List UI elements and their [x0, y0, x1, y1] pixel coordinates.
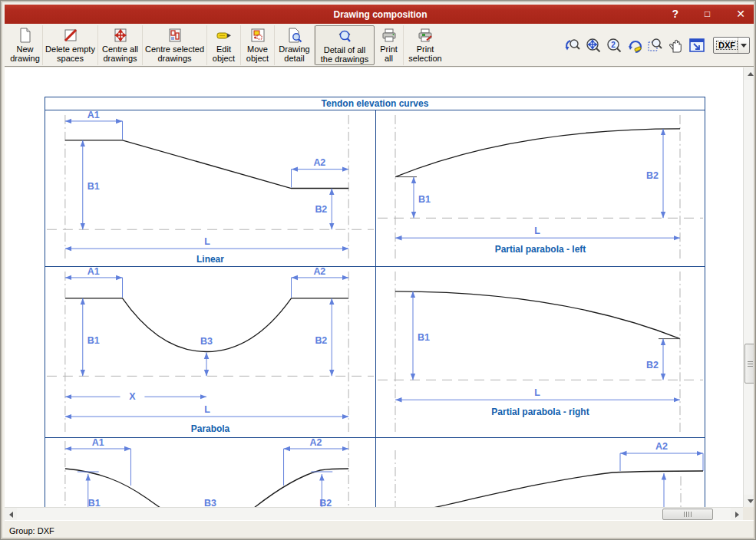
- panel-parabola[interactable]: A1 A2 B1 B3 B2 X L Parabola: [45, 267, 376, 437]
- pan-button[interactable]: [665, 35, 686, 56]
- drawing-row: A1 A2 B1 B3 B2 A2: [45, 438, 705, 507]
- move-object-button[interactable]: Move object: [241, 25, 275, 65]
- centre-selected-drawings-icon: [167, 27, 183, 44]
- fit-to-window-button[interactable]: [686, 35, 707, 56]
- zoom-window-icon: [646, 36, 665, 54]
- dim-label: L: [534, 387, 540, 398]
- toolbar-button-label: Centre all drawings: [100, 44, 140, 63]
- drawing-canvas[interactable]: Tendon elevation curves: [5, 68, 743, 507]
- redraw-button[interactable]: [624, 35, 645, 56]
- move-object-icon: [249, 27, 266, 44]
- toolbar: New drawing Delete empty spaces Centre a…: [5, 24, 756, 67]
- zoom-factor-button[interactable]: 2: [603, 35, 624, 56]
- toolbar-spacer: [447, 25, 562, 65]
- vertical-scroll-thumb[interactable]: [744, 344, 756, 384]
- dim-label: A2: [309, 438, 322, 448]
- drawing-row: A1 A2 B1 B3 B2 X L Parabola: [45, 267, 705, 438]
- edit-object-button[interactable]: Edit object: [207, 25, 241, 65]
- drawing-detail-button[interactable]: Drawing detail: [275, 25, 315, 65]
- up-arrow-icon: [748, 72, 754, 76]
- print-all-button[interactable]: Print all: [375, 25, 404, 65]
- scroll-left-button[interactable]: [5, 508, 17, 521]
- titlebar[interactable]: Drawing composition ? □ ✕: [5, 5, 756, 24]
- panel-partial-parabola-left[interactable]: B1 B2 L Partial parabola - left: [376, 110, 705, 266]
- format-combobox-value: DXF: [716, 41, 738, 50]
- drawing-detail-icon: [286, 27, 303, 44]
- vertical-scrollbar[interactable]: [743, 68, 756, 507]
- panel-caption: Parabola: [191, 423, 230, 434]
- dim-label: L: [534, 226, 540, 236]
- panel-partial-parabola-right[interactable]: B1 B2 L Partial parabola - right: [376, 267, 705, 437]
- delete-empty-spaces-button[interactable]: Delete empty spaces: [43, 25, 98, 65]
- dim-label: B2: [319, 498, 332, 507]
- panel-caption: Partial parabola - right: [491, 407, 589, 417]
- parabola-diagram: A1 A2 B1 B3 B2 X L Parabola: [45, 267, 375, 437]
- format-combobox[interactable]: DXF: [713, 37, 750, 54]
- dim-label: B1: [418, 194, 431, 205]
- drawing-row: A1 A2 B1 B2 L Linear: [45, 110, 705, 267]
- detail-of-all-drawings-icon: [336, 28, 353, 44]
- dim-label: B1: [87, 181, 100, 192]
- toolbar-button-label: New drawing: [9, 44, 41, 63]
- right-arrow-icon: [735, 512, 739, 518]
- left-arrow-icon: [9, 512, 13, 518]
- print-all-icon: [381, 27, 398, 44]
- print-selection-button[interactable]: Print selection: [404, 25, 447, 65]
- zoom-factor-icon: 2: [605, 36, 623, 54]
- dim-label: B2: [646, 360, 659, 370]
- dim-label: X: [129, 391, 136, 402]
- drawing-composition-table: Tendon elevation curves: [45, 97, 705, 507]
- dim-label: B2: [646, 170, 659, 181]
- redraw-icon: [626, 36, 644, 54]
- maximize-button[interactable]: □: [705, 5, 710, 24]
- dim-label: B1: [87, 335, 100, 346]
- dim-label: B1: [88, 498, 101, 507]
- centre-selected-drawings-button[interactable]: Centre selected drawings: [143, 25, 207, 65]
- centre-all-drawings-button[interactable]: Centre all drawings: [98, 25, 143, 65]
- window-title: Drawing composition: [333, 9, 427, 20]
- zoom-previous-button[interactable]: [562, 35, 583, 56]
- reverse-parabola-diagram: A1 A2 B1 B3 B2: [45, 438, 375, 507]
- panel-reverse-parabola[interactable]: A1 A2 B1 B3 B2: [45, 438, 376, 507]
- new-drawing-icon: [17, 27, 34, 44]
- zoom-all-button[interactable]: [583, 35, 603, 56]
- dim-label: A2: [655, 441, 668, 452]
- toolbar-button-label: Move object: [243, 44, 272, 63]
- toolbar-button-label: Drawing detail: [276, 44, 312, 63]
- partial-parabola-left-diagram: B1 B2 L Partial parabola - left: [376, 110, 705, 266]
- zoom-previous-icon: [563, 36, 582, 54]
- pan-hand-icon: [667, 36, 685, 54]
- status-group-text: Group: DXF: [9, 526, 54, 535]
- dim-label: A1: [87, 110, 100, 120]
- horizontal-scroll-thumb[interactable]: [662, 509, 713, 520]
- partial-parabola-right-diagram: B1 B2 L Partial parabola - right: [376, 267, 705, 437]
- zoom-window-button[interactable]: [645, 35, 665, 56]
- edit-object-icon: [216, 27, 233, 44]
- panel-partial-curve[interactable]: A2: [376, 438, 705, 507]
- scroll-up-button[interactable]: [744, 68, 756, 80]
- down-arrow-icon: [748, 499, 754, 503]
- toolbar-button-label: Edit object: [209, 44, 239, 63]
- scroll-down-button[interactable]: [744, 495, 756, 507]
- scrollbar-corner: [743, 507, 756, 520]
- horizontal-scrollbar[interactable]: [5, 507, 743, 520]
- dim-label: L: [204, 404, 210, 415]
- dim-label: B3: [200, 336, 213, 347]
- dim-label: B1: [418, 332, 430, 343]
- dim-label: B2: [315, 204, 327, 215]
- scroll-right-button[interactable]: [731, 508, 743, 521]
- new-drawing-button[interactable]: New drawing: [8, 25, 43, 65]
- toolbar-button-label: Print all: [376, 44, 401, 63]
- panel-linear[interactable]: A1 A2 B1 B2 L Linear: [45, 110, 376, 266]
- detail-of-all-drawings-button[interactable]: Detail of all the drawings: [315, 25, 375, 65]
- panel-caption: Linear: [196, 254, 224, 265]
- dim-label: A1: [87, 267, 100, 277]
- close-button[interactable]: ✕: [736, 5, 745, 24]
- drawing-sheet-title: Tendon elevation curves: [45, 97, 705, 110]
- toolbar-button-label: Delete empty spaces: [45, 44, 96, 63]
- toolbar-button-label: Detail of all the drawings: [317, 45, 372, 64]
- help-button[interactable]: ?: [672, 5, 678, 24]
- dim-label: A1: [92, 438, 104, 448]
- zoom-factor-label: 2: [611, 41, 616, 49]
- combobox-dropdown-arrow[interactable]: [738, 38, 749, 53]
